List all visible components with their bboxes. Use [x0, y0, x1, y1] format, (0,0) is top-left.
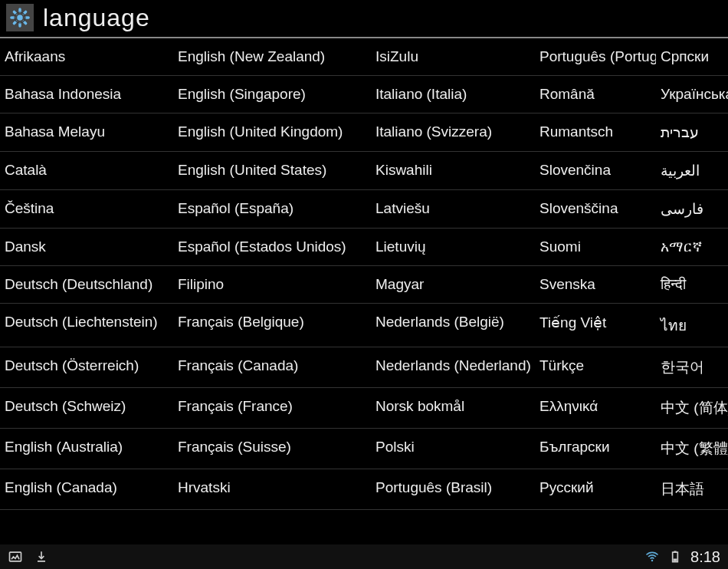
language-option[interactable]: Deutsch (Liechtenstein): [0, 304, 173, 347]
svg-point-3: [651, 560, 654, 562]
language-option[interactable]: Polski: [371, 429, 535, 469]
language-option[interactable]: Nederlands (Nederland): [371, 347, 535, 388]
language-list: AfrikaansEnglish (New Zealand)IsiZuluPor…: [0, 38, 728, 544]
language-row: DanskEspañol (Estados Unidos)LietuviųSuo…: [0, 229, 728, 266]
language-option[interactable]: Tiếng Việt: [535, 304, 656, 347]
language-option[interactable]: English (New Zealand): [173, 38, 371, 76]
language-row: English (Australia)Français (Suisse)Pols…: [0, 429, 728, 469]
language-option[interactable]: Lietuvių: [371, 229, 535, 266]
language-option[interactable]: English (Australia): [0, 429, 173, 469]
language-option[interactable]: Deutsch (Deutschland): [0, 266, 173, 304]
language-option[interactable]: Ελληνικά: [535, 388, 656, 429]
language-option[interactable]: IsiZulu: [371, 38, 535, 76]
language-option[interactable]: Français (Suisse): [173, 429, 371, 469]
language-row: Deutsch (Schweiz)Français (France)Norsk …: [0, 388, 728, 429]
language-option[interactable]: Català: [0, 152, 173, 190]
language-option[interactable]: Deutsch (Schweiz): [0, 388, 173, 429]
status-clock: 8:18: [690, 548, 720, 566]
settings-icon: [6, 4, 34, 31]
language-option[interactable]: Kiswahili: [371, 152, 535, 190]
language-option[interactable]: 中文 (简体): [656, 388, 728, 429]
language-option[interactable]: Български: [535, 429, 656, 469]
language-option[interactable]: Română: [535, 76, 656, 113]
language-row: Bahasa IndonesiaEnglish (Singapore)Itali…: [0, 76, 728, 113]
language-row: CatalàEnglish (United States)KiswahiliSl…: [0, 152, 728, 190]
language-row: AfrikaansEnglish (New Zealand)IsiZuluPor…: [0, 38, 728, 76]
svg-rect-6: [674, 559, 677, 561]
battery-icon: [667, 549, 683, 564]
language-option[interactable]: Français (Belgique): [173, 304, 371, 347]
download-icon[interactable]: [34, 549, 49, 564]
language-option[interactable]: Português (Brasil): [371, 469, 535, 510]
header: language: [0, 0, 728, 38]
language-option[interactable]: Nederlands (België): [371, 304, 535, 347]
language-option[interactable]: Latviešu: [371, 190, 535, 229]
language-option[interactable]: English (Singapore): [173, 76, 371, 113]
language-option[interactable]: Русский: [535, 469, 656, 510]
language-option[interactable]: العربية: [656, 152, 728, 190]
language-option[interactable]: Українська: [656, 76, 728, 113]
svg-rect-5: [674, 551, 676, 553]
language-option[interactable]: English (United States): [173, 152, 371, 190]
language-option[interactable]: Português (Portugal): [535, 38, 656, 76]
language-row: Bahasa MelayuEnglish (United Kingdom)Ita…: [0, 113, 728, 152]
language-option[interactable]: Español (España): [173, 190, 371, 229]
language-option[interactable]: Français (Canada): [173, 347, 371, 388]
language-option[interactable]: Svenska: [535, 266, 656, 304]
language-option[interactable]: Deutsch (Österreich): [0, 347, 173, 388]
svg-point-0: [17, 15, 22, 20]
language-option[interactable]: English (Canada): [0, 469, 173, 510]
language-option[interactable]: עברית: [656, 113, 728, 152]
language-option[interactable]: Dansk: [0, 229, 173, 266]
language-option[interactable]: Bahasa Indonesia: [0, 76, 173, 113]
language-row: English (Canada)HrvatskiPortuguês (Brasi…: [0, 469, 728, 510]
language-row: ČeštinaEspañol (España)LatviešuSlovenšči…: [0, 190, 728, 229]
language-option[interactable]: 한국어: [656, 347, 728, 388]
language-row: Deutsch (Liechtenstein)Français (Belgiqu…: [0, 304, 728, 347]
language-option[interactable]: Español (Estados Unidos): [173, 229, 371, 266]
language-row: Deutsch (Österreich)Français (Canada)Ned…: [0, 347, 728, 388]
language-option[interactable]: ไทย: [656, 304, 728, 347]
language-option[interactable]: English (United Kingdom): [173, 113, 371, 152]
language-option[interactable]: Magyar: [371, 266, 535, 304]
page-title: language: [43, 4, 150, 32]
language-option[interactable]: Rumantsch: [535, 113, 656, 152]
language-option[interactable]: 日本語: [656, 469, 728, 510]
language-option[interactable]: አማርኛ: [656, 229, 728, 266]
language-option[interactable]: Norsk bokmål: [371, 388, 535, 429]
language-option[interactable]: Српски: [656, 38, 728, 76]
language-option[interactable]: Français (France): [173, 388, 371, 429]
status-bar: 8:18: [0, 544, 728, 569]
language-option[interactable]: Afrikaans: [0, 38, 173, 76]
language-option[interactable]: Hrvatski: [173, 469, 371, 510]
language-option[interactable]: Türkçe: [535, 347, 656, 388]
wifi-icon: [644, 549, 660, 564]
language-option[interactable]: Slovenčina: [535, 152, 656, 190]
language-option[interactable]: Suomi: [535, 229, 656, 266]
language-option[interactable]: हिन्दी: [656, 266, 728, 304]
language-option[interactable]: Filipino: [173, 266, 371, 304]
language-option[interactable]: فارسی: [656, 190, 728, 229]
picture-icon[interactable]: [8, 549, 23, 564]
language-option[interactable]: Slovenščina: [535, 190, 656, 229]
language-option[interactable]: Italiano (Italia): [371, 76, 535, 113]
svg-rect-2: [10, 552, 21, 561]
language-option[interactable]: 中文 (繁體): [656, 429, 728, 469]
language-option[interactable]: Italiano (Svizzera): [371, 113, 535, 152]
language-row: Deutsch (Deutschland)FilipinoMagyarSvens…: [0, 266, 728, 304]
language-option[interactable]: Bahasa Melayu: [0, 113, 173, 152]
language-option[interactable]: Čeština: [0, 190, 173, 229]
